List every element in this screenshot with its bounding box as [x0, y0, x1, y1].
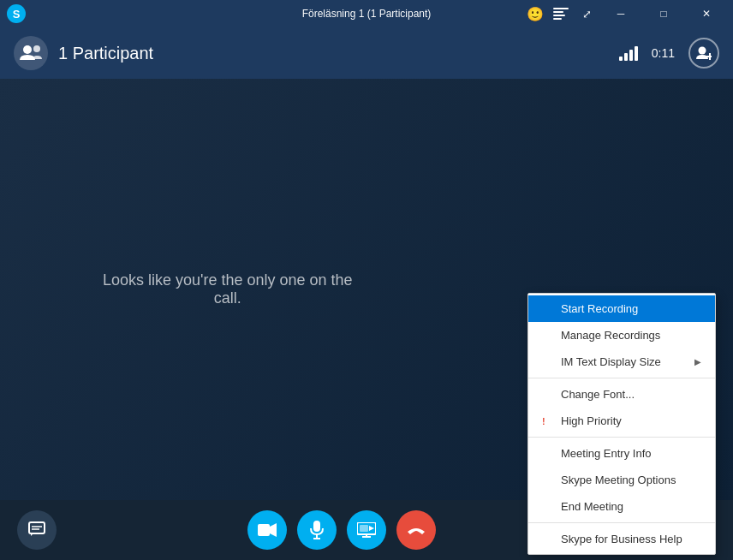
chat-button[interactable] [17, 510, 57, 550]
expand-icon[interactable]: ⤢ [575, 3, 598, 25]
menu-item-skype-options[interactable]: Skype Meeting Options [528, 467, 715, 493]
toolbar-center [247, 510, 436, 550]
header-bar: 1 Participant 0:11 [0, 27, 733, 79]
minimize-button[interactable]: ─ [601, 0, 641, 27]
svg-point-6 [699, 47, 706, 55]
call-message-line2: call. [103, 289, 353, 307]
signal-strength-icon [619, 45, 638, 61]
manage-recordings-label: Manage Recordings [561, 329, 701, 342]
context-menu: Start RecordingManage RecordingsIM Text … [527, 293, 716, 555]
call-message: Looks like you're the only one on the ca… [103, 271, 353, 307]
participants-icon [14, 36, 48, 70]
svg-rect-0 [553, 8, 569, 9]
screen-share-button[interactable] [347, 510, 386, 550]
end-meeting-label: End Meeting [561, 500, 701, 513]
contact-card-icon[interactable] [550, 3, 572, 25]
svg-rect-12 [258, 524, 270, 536]
high-priority-icon: ! [542, 416, 554, 426]
titlebar: S Föreläsning 1 (1 Participant) 🙂 ⤢ ─ □ … [0, 0, 733, 27]
window-title: Föreläsning 1 (1 Participant) [302, 8, 432, 20]
im-text-size-label: IM Text Display Size [561, 355, 694, 368]
menu-item-end-meeting[interactable]: End Meeting [528, 493, 715, 520]
svg-rect-3 [553, 18, 562, 20]
emoji-icon[interactable]: 🙂 [524, 3, 546, 25]
menu-item-meeting-entry[interactable]: Meeting Entry Info [528, 440, 715, 467]
svg-marker-13 [270, 523, 277, 537]
maximize-button[interactable]: □ [644, 0, 683, 27]
call-message-line1: Looks like you're the only one on the [103, 271, 353, 289]
im-text-size-arrow-icon: ▶ [694, 357, 701, 366]
menu-item-high-priority[interactable]: !High Priority [528, 408, 715, 434]
skype-logo-icon: S [7, 4, 26, 23]
header-left: 1 Participant [14, 36, 153, 70]
svg-rect-20 [360, 525, 368, 532]
menu-item-change-font[interactable]: Change Font... [528, 381, 715, 408]
add-person-button[interactable] [688, 38, 719, 69]
svg-rect-14 [313, 521, 320, 532]
menu-item-skype-help[interactable]: Skype for Business Help [528, 526, 715, 552]
svg-marker-21 [369, 526, 374, 531]
change-font-label: Change Font... [561, 388, 701, 401]
mic-button[interactable] [297, 510, 337, 550]
menu-divider-3 [528, 522, 715, 523]
svg-point-4 [23, 45, 32, 54]
titlebar-controls: 🙂 ⤢ ─ □ ✕ [524, 0, 726, 27]
meeting-entry-label: Meeting Entry Info [561, 447, 701, 460]
menu-item-manage-recordings[interactable]: Manage Recordings [528, 322, 715, 349]
close-button[interactable]: ✕ [687, 0, 726, 27]
start-recording-label: Start Recording [561, 302, 701, 315]
svg-rect-9 [29, 522, 45, 533]
video-button[interactable] [247, 510, 287, 550]
participant-count: 1 Participant [58, 44, 153, 63]
skype-help-label: Skype for Business Help [561, 533, 701, 545]
high-priority-label: High Priority [561, 414, 701, 427]
call-timer: 0:11 [652, 46, 675, 60]
menu-item-start-recording[interactable]: Start Recording [528, 295, 715, 322]
svg-rect-2 [553, 15, 565, 16]
svg-rect-1 [553, 11, 563, 13]
menu-divider-1 [528, 378, 715, 378]
skype-options-label: Skype Meeting Options [561, 474, 701, 486]
end-call-button[interactable] [396, 510, 436, 550]
svg-point-5 [33, 45, 40, 52]
header-right: 0:11 [619, 38, 719, 69]
titlebar-left: S [7, 4, 26, 23]
call-area: Looks like you're the only one on the ca… [0, 79, 733, 500]
menu-item-im-text-size[interactable]: IM Text Display Size▶ [528, 349, 715, 375]
toolbar-left [17, 510, 57, 550]
menu-divider-2 [528, 437, 715, 438]
